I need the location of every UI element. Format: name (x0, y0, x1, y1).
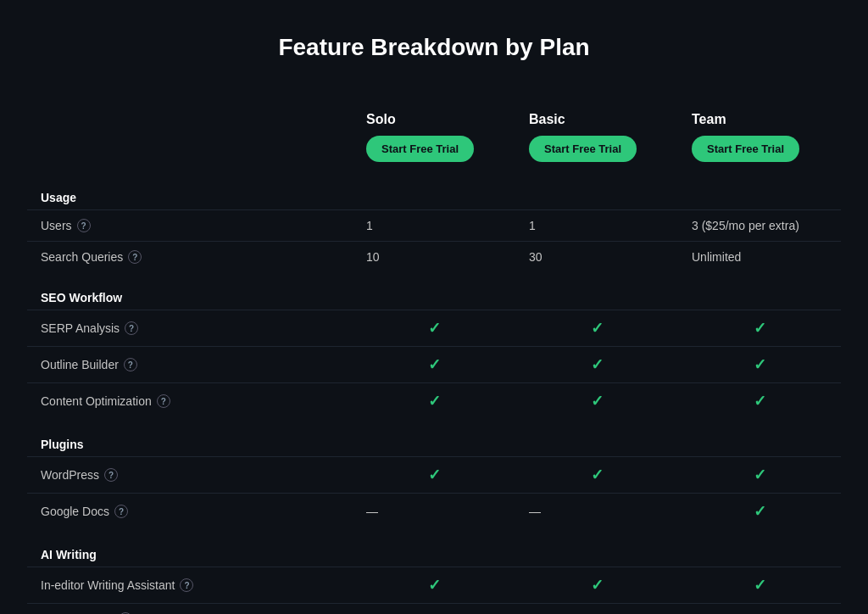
cell-google-docs-plan-1: — (515, 494, 678, 530)
feature-cell-google-docs: Google Docs ? (27, 494, 353, 530)
info-icon-search-queries[interactable]: ? (128, 250, 142, 264)
plan-header-team: Team Start Free Trial (678, 103, 841, 172)
cell-wordpress-plan-2: ✓ (678, 457, 841, 494)
info-icon-serp-analysis[interactable]: ? (125, 321, 138, 335)
info-icon-content-optimization[interactable]: ? (157, 394, 170, 408)
check-icon-wordpress-1: ✓ (529, 466, 665, 484)
row-serp-analysis: SERP Analysis ? ✓✓✓ (27, 310, 841, 347)
feature-label-serp-analysis: SERP Analysis (41, 321, 120, 335)
cell-article-wizard-plan-0: Add-on Required (353, 604, 515, 615)
cell-users-plan-1: 1 (515, 210, 678, 242)
feature-label-outline-builder: Outline Builder (41, 358, 119, 371)
check-icon-outline-builder-2: ✓ (692, 355, 827, 374)
check-icon-wordpress-2: ✓ (692, 466, 827, 484)
check-icon-in-editor-assistant-2: ✓ (692, 576, 827, 594)
check-icon-outline-builder-0: ✓ (366, 355, 502, 374)
empty-google-docs-1: — (529, 505, 541, 518)
cell-outline-builder-plan-2: ✓ (678, 347, 841, 383)
cell-users-plan-0: 1 (353, 210, 515, 242)
feature-label-users: Users (41, 219, 72, 232)
feature-name-users: Users ? (41, 219, 339, 232)
info-icon-outline-builder[interactable]: ? (124, 358, 137, 371)
trial-btn-solo[interactable]: Start Free Trial (366, 136, 474, 162)
section-label-seo-workflow: SEO Workflow (27, 272, 841, 310)
row-users: Users ? 113 ($25/mo per extra) (27, 210, 841, 242)
feature-label-wordpress: WordPress (41, 468, 99, 482)
check-icon-in-editor-assistant-1: ✓ (529, 576, 665, 594)
check-icon-content-optimization-1: ✓ (529, 392, 665, 410)
plan-header-solo: Solo Start Free Trial (353, 103, 515, 172)
cell-content-optimization-plan-2: ✓ (678, 383, 841, 420)
feature-label-search-queries: Search Queries (41, 250, 123, 264)
cell-in-editor-assistant-plan-2: ✓ (678, 567, 841, 604)
row-outline-builder: Outline Builder ? ✓✓✓ (27, 347, 841, 383)
feature-cell-users: Users ? (27, 210, 353, 242)
empty-google-docs-0: — (366, 505, 378, 518)
feature-cell-search-queries: Search Queries ? (27, 242, 353, 273)
cell-content-optimization-plan-0: ✓ (353, 383, 515, 420)
cell-serp-analysis-plan-2: ✓ (678, 310, 841, 347)
check-icon-content-optimization-0: ✓ (366, 392, 502, 410)
cell-content-optimization-plan-1: ✓ (515, 383, 678, 420)
info-icon-google-docs[interactable]: ? (114, 505, 128, 518)
row-content-optimization: Content Optimization ? ✓✓✓ (27, 383, 841, 420)
feature-label-in-editor-assistant: In-editor Writing Assistant (41, 578, 175, 592)
feature-column-header (27, 103, 353, 172)
cell-serp-analysis-plan-0: ✓ (353, 310, 515, 347)
feature-name-search-queries: Search Queries ? (41, 250, 339, 264)
cell-outline-builder-plan-0: ✓ (353, 347, 515, 383)
check-icon-content-optimization-2: ✓ (692, 392, 827, 410)
cell-users-plan-2: 3 ($25/mo per extra) (678, 210, 841, 242)
feature-name-google-docs: Google Docs ? (41, 505, 339, 518)
cell-wordpress-plan-1: ✓ (515, 457, 678, 494)
check-icon-outline-builder-1: ✓ (529, 355, 665, 374)
section-header-plugins: Plugins (27, 419, 841, 457)
plan-name-basic: Basic (529, 112, 665, 127)
comparison-table: Solo Start Free Trial Basic Start Free T… (27, 103, 841, 614)
section-label-ai-writing: AI Writing (27, 529, 841, 567)
trial-btn-team[interactable]: Start Free Trial (692, 136, 799, 162)
plan-header-basic: Basic Start Free Trial (515, 103, 678, 172)
cell-in-editor-assistant-plan-1: ✓ (515, 567, 678, 604)
cell-search-queries-plan-2: Unlimited (678, 242, 841, 273)
cell-in-editor-assistant-plan-0: ✓ (353, 567, 515, 604)
feature-cell-wordpress: WordPress ? (27, 457, 353, 494)
feature-cell-in-editor-assistant: In-editor Writing Assistant ? (27, 567, 353, 604)
trial-btn-basic[interactable]: Start Free Trial (529, 136, 637, 162)
feature-cell-outline-builder: Outline Builder ? (27, 347, 353, 383)
row-in-editor-assistant: In-editor Writing Assistant ? ✓✓✓ (27, 567, 841, 604)
section-header-ai-writing: AI Writing (27, 529, 841, 567)
cell-article-wizard-plan-1: Add-on Required (515, 604, 678, 615)
plan-name-solo: Solo (366, 112, 502, 127)
section-label-usage: Usage (27, 172, 841, 210)
check-icon-serp-analysis-0: ✓ (366, 319, 502, 338)
section-label-plugins: Plugins (27, 419, 841, 457)
check-icon-in-editor-assistant-0: ✓ (366, 576, 502, 594)
row-article-wizard: Article Wizard ? Add-on RequiredAdd-on R… (27, 604, 841, 615)
cell-search-queries-plan-1: 30 (515, 242, 678, 273)
page-title: Feature Breakdown by Plan (278, 34, 589, 61)
feature-label-google-docs: Google Docs (41, 505, 109, 518)
feature-name-wordpress: WordPress ? (41, 468, 339, 482)
feature-name-outline-builder: Outline Builder ? (41, 358, 339, 371)
feature-cell-content-optimization: Content Optimization ? (27, 383, 353, 420)
check-icon-serp-analysis-2: ✓ (692, 319, 827, 338)
cell-wordpress-plan-0: ✓ (353, 457, 515, 494)
feature-name-in-editor-assistant: In-editor Writing Assistant ? (41, 578, 339, 592)
cell-serp-analysis-plan-1: ✓ (515, 310, 678, 347)
info-icon-users[interactable]: ? (77, 219, 91, 232)
info-icon-in-editor-assistant[interactable]: ? (180, 578, 193, 592)
cell-article-wizard-plan-2: Add-on Required (678, 604, 841, 615)
cell-outline-builder-plan-1: ✓ (515, 347, 678, 383)
cell-google-docs-plan-0: — (353, 494, 515, 530)
row-search-queries: Search Queries ? 1030Unlimited (27, 242, 841, 273)
feature-cell-article-wizard: Article Wizard ? (27, 604, 353, 615)
feature-label-content-optimization: Content Optimization (41, 394, 152, 408)
cell-google-docs-plan-2: ✓ (678, 494, 841, 530)
info-icon-wordpress[interactable]: ? (104, 468, 118, 482)
check-icon-wordpress-0: ✓ (366, 466, 502, 484)
plan-name-team: Team (692, 112, 827, 127)
row-google-docs: Google Docs ? ——✓ (27, 494, 841, 530)
section-header-seo-workflow: SEO Workflow (27, 272, 841, 310)
feature-name-content-optimization: Content Optimization ? (41, 394, 339, 408)
